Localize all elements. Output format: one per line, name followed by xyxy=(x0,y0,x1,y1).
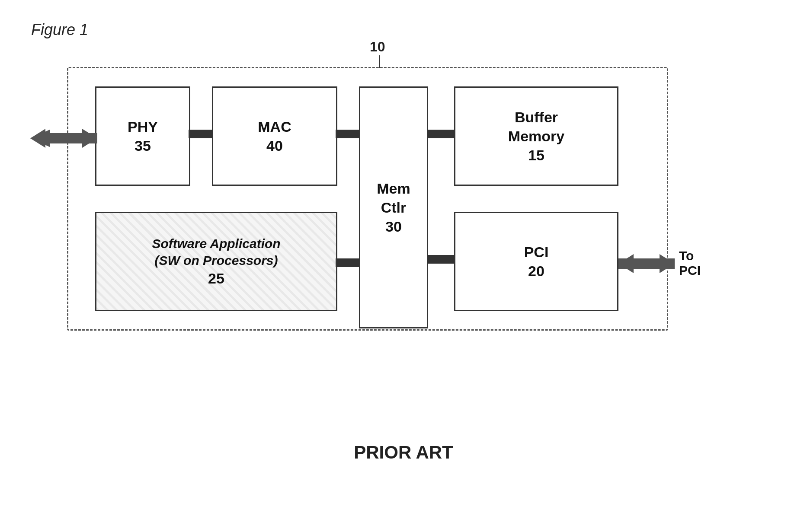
prior-art-label: PRIOR ART xyxy=(354,442,453,463)
left-arrowhead-l xyxy=(30,129,45,148)
mac-block-number: 40 xyxy=(266,136,283,155)
figure-label: Figure 1 xyxy=(31,21,88,39)
mac-block: MAC 40 xyxy=(212,86,337,186)
sw-memctlr-connector xyxy=(336,258,360,267)
diagram-id-arrow xyxy=(379,55,380,68)
phy-block-label: PHY xyxy=(128,117,158,136)
phy-block: PHY 35 xyxy=(95,86,190,186)
placeholder xyxy=(50,130,69,147)
sw-block-label: Software Application(SW on Processors) xyxy=(152,235,280,269)
pci-block: PCI 20 xyxy=(454,212,618,311)
sw-block-number: 25 xyxy=(208,269,224,288)
memctlr-buffer-connector xyxy=(427,130,455,138)
mac-block-label: MAC xyxy=(258,117,291,136)
left-arrow-shaft xyxy=(50,133,69,143)
diagram-id-label: 10 xyxy=(370,39,385,55)
memctlr-block-label: MemCtlr xyxy=(377,179,410,217)
phy-block-number: 35 xyxy=(134,136,151,155)
phy-mac-connector xyxy=(189,130,213,138)
memctlr-pci-connector xyxy=(427,255,455,264)
buffer-memory-number: 15 xyxy=(528,146,544,165)
pci-block-number: 20 xyxy=(528,261,544,280)
sw-block: Software Application(SW on Processors) 2… xyxy=(95,212,337,311)
to-pci-label: ToPCI xyxy=(679,248,701,278)
memctlr-block-number: 30 xyxy=(385,217,402,236)
mac-memctlr-connector xyxy=(336,130,360,138)
buffer-memory-block: BufferMemory 15 xyxy=(454,86,618,186)
left-arrow-head-left xyxy=(30,130,50,147)
pci-block-label: PCI xyxy=(524,242,549,261)
buffer-memory-label: BufferMemory xyxy=(508,108,564,146)
memctlr-block: MemCtlr 30 xyxy=(359,86,428,328)
